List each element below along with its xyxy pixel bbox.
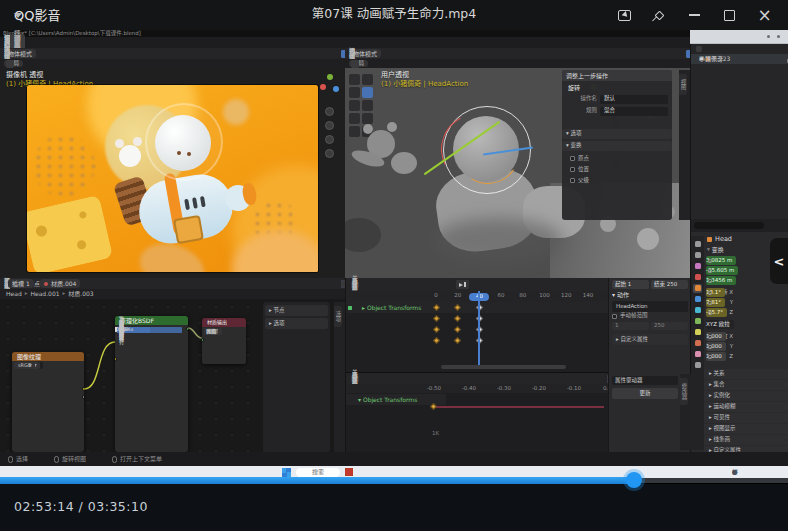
driver-curve[interactable]	[431, 406, 604, 408]
properties-tab[interactable]	[693, 317, 702, 326]
sidebar-tab[interactable]: 选项	[334, 306, 342, 327]
lock-icon[interactable]	[708, 345, 712, 349]
proportional-icon[interactable]	[6, 60, 14, 68]
mini-mode-button[interactable]	[607, 0, 642, 30]
image-texture-node[interactable]: 图像纹理 颜色Alpha贴图.png线性平展Repeat单帧sRGB	[12, 352, 84, 452]
properties-tab[interactable]	[693, 273, 702, 282]
properties-section[interactable]: ▸ 实例化	[704, 391, 788, 401]
lock-icon[interactable]	[708, 279, 712, 283]
node-canvas[interactable]: 图像纹理 颜色Alpha贴图.png线性平展Repeat单帧sRGB 原理化BS…	[0, 299, 345, 452]
panel-section[interactable]: ▾ 变换	[562, 141, 672, 151]
display-mode-icon[interactable]	[696, 46, 702, 52]
drivers-ruler[interactable]: -0.50-0.40-0.30-0.20-0.100.00	[346, 384, 609, 393]
properties-section[interactable]: ▸ 视图显示	[704, 424, 788, 434]
lock-icon[interactable]	[708, 269, 712, 273]
properties-tab[interactable]	[693, 240, 702, 249]
driver-property-field[interactable]: 属性驱动器	[612, 376, 678, 386]
transport-button[interactable]	[456, 280, 469, 289]
principled-bsdf-node[interactable]: 原理化BSDF BSDFGGX随机游走基础色次表面0.000次表面半径次表面颜色…	[115, 316, 188, 452]
ortho-toggle-icon[interactable]	[325, 149, 334, 158]
slot-dropdown[interactable]: 插槽 1	[8, 279, 34, 288]
lock-icon[interactable]	[708, 355, 712, 359]
checkbox-row[interactable]: 手动帧范围	[612, 312, 688, 320]
sidebar-panel-header[interactable]: ▸ 节点	[265, 305, 328, 316]
action-name-field[interactable]: HeadAction	[612, 301, 688, 312]
value-field[interactable]: XYZ 欧拉	[706, 320, 734, 329]
rotate-gizmo[interactable]	[443, 106, 531, 194]
right-viewport-canvas[interactable]: 用户透视 (1) 小猪佩奇 | HeadAction	[345, 68, 690, 278]
progress-bar[interactable]	[0, 477, 788, 484]
properties-section[interactable]: ▸ 运动模糊	[704, 402, 788, 412]
tool-button[interactable]	[349, 100, 360, 111]
tool-button[interactable]	[349, 126, 360, 137]
checkbox[interactable]	[570, 156, 575, 161]
properties-section[interactable]: ▸ 关系	[704, 369, 788, 379]
dope-scrollbar[interactable]	[441, 365, 566, 369]
update-button[interactable]: 更新	[612, 388, 678, 399]
checkbox-row[interactable]: 原点	[570, 154, 670, 163]
camera-view-icon[interactable]	[325, 135, 334, 144]
sidebar-tab[interactable]: 修改器	[680, 378, 688, 405]
panel-title[interactable]: 调整上一步操作	[566, 73, 608, 79]
properties-tab[interactable]	[693, 295, 702, 304]
tool-button[interactable]	[349, 74, 360, 85]
custom-props-section[interactable]: ▸ 自定义属性	[612, 334, 688, 345]
bsdf-output-socket[interactable]	[186, 327, 188, 331]
video-display-area[interactable]: Blender* [C:\Users\Admin\Desktop\下载课件.bl…	[0, 30, 788, 478]
properties-breadcrumb[interactable]: Head	[715, 236, 732, 243]
maximize-button[interactable]	[712, 0, 747, 30]
breadcrumb-item[interactable]: Head.001	[30, 291, 59, 297]
minimize-button[interactable]	[677, 0, 712, 30]
channel-row[interactable]: ▾ Object Transforms	[346, 394, 446, 405]
checkbox[interactable]	[570, 167, 575, 172]
properties-tab[interactable]	[693, 361, 702, 370]
checkbox[interactable]	[570, 178, 575, 183]
properties-section[interactable]: ▸ 可见性	[704, 413, 788, 423]
nav-gizmo[interactable]	[320, 74, 340, 94]
dope-playhead[interactable]	[478, 291, 480, 368]
color-output-socket[interactable]	[82, 387, 84, 391]
node-dropdown-row[interactable]: sRGB	[14, 362, 35, 369]
app-menu-button[interactable]: QQ影音	[14, 9, 60, 22]
value-field[interactable]: 默认	[600, 95, 668, 104]
transform-panel-title[interactable]: 变换	[712, 247, 724, 253]
checkbox-row[interactable]: 位置	[570, 165, 670, 174]
properties-section[interactable]: ▸ 线条画	[704, 435, 788, 445]
left-viewport-canvas[interactable]: 摄像机 透视 (1) 小猪佩奇 | HeadAction	[0, 68, 345, 278]
value-field[interactable]: 混合	[600, 107, 668, 116]
properties-section[interactable]: ▸ 集合	[704, 380, 788, 390]
checkbox[interactable]	[612, 314, 617, 319]
alpha-output-socket[interactable]	[82, 395, 84, 399]
tool-button[interactable]	[349, 113, 360, 124]
tool-button[interactable]	[362, 100, 373, 111]
properties-tab[interactable]	[693, 339, 702, 348]
sidebar-tab[interactable]: 视图	[679, 74, 687, 95]
properties-tab[interactable]	[693, 262, 702, 271]
lock-icon[interactable]	[708, 311, 712, 315]
end-frame-field[interactable]: 结束 250	[651, 280, 688, 290]
properties-tab[interactable]	[693, 306, 702, 315]
viewport-menu[interactable]: 物体	[349, 48, 355, 60]
tool-button[interactable]	[362, 74, 373, 85]
workspace-tab[interactable]: +	[10, 37, 23, 48]
object-name[interactable]: 饼干.223	[705, 56, 730, 62]
lock-icon[interactable]	[708, 335, 712, 339]
playlist-toggle-button[interactable]: <	[770, 238, 788, 284]
outliner-row[interactable]: ▲饼干.223	[691, 54, 788, 64]
material-selector[interactable]: 材质.004	[40, 279, 80, 288]
range-end-field[interactable]: 250	[651, 322, 688, 331]
tool-button[interactable]	[349, 87, 360, 98]
properties-tab[interactable]	[693, 328, 702, 337]
action-panel-header[interactable]: ▾ 动作	[612, 292, 629, 298]
start-frame-field[interactable]: 起始 1	[612, 280, 649, 290]
sidebar-panel-header[interactable]: ▸ 选项	[265, 318, 328, 329]
bsdf-param-row[interactable]: Alpha1.000	[115, 326, 123, 333]
properties-tab[interactable]	[693, 350, 702, 359]
panel-section[interactable]: ▾ 选项	[562, 129, 672, 139]
lock-icon[interactable]	[708, 259, 712, 263]
breadcrumb-item[interactable]: 材质.003	[68, 291, 93, 297]
properties-tab[interactable]	[693, 251, 702, 260]
lock-icon[interactable]	[708, 301, 712, 305]
tool-button[interactable]	[362, 87, 373, 98]
proportional-icon[interactable]	[351, 60, 359, 68]
